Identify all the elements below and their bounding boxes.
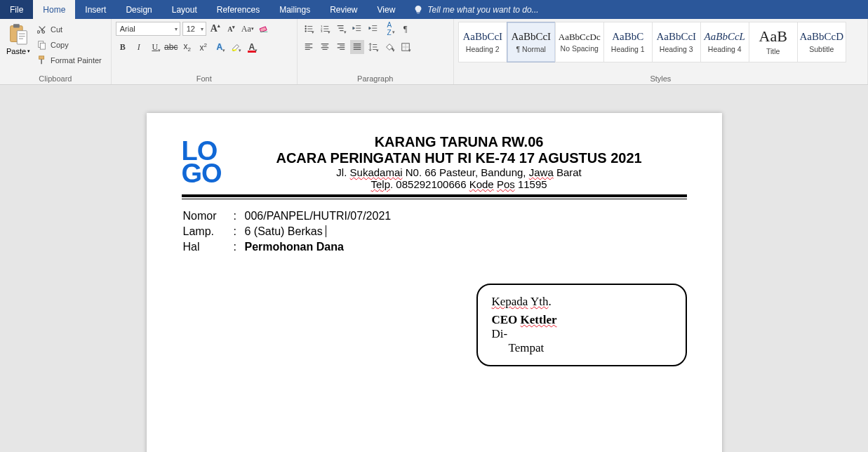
style-label: Heading 4 <box>708 45 742 53</box>
italic-button[interactable]: I <box>132 40 146 54</box>
style-tile-heading-1[interactable]: AaBbCHeading 1 <box>603 22 653 62</box>
copy-button[interactable]: Copy <box>35 39 104 51</box>
head-line3: Jl. Sukadamai N0. 66 Pasteur, Bandung, J… <box>232 166 687 178</box>
tell-me-label: Tell me what you want to do... <box>427 5 538 15</box>
group-paragraph-label: Paragraph <box>302 73 449 83</box>
addr-kepada: Kepada Yth. <box>492 295 672 309</box>
strikethrough-button[interactable]: abc <box>164 40 178 54</box>
align-left-button[interactable] <box>302 40 316 54</box>
svg-rect-5 <box>39 56 44 59</box>
tab-references[interactable]: References <box>207 0 269 19</box>
style-tile--normal[interactable]: AaBbCcI¶ Normal <box>507 22 556 62</box>
address-box: Kepada Yth. CEO Kettler Di- Tempat <box>476 284 687 366</box>
tell-me[interactable]: Tell me what you want to do... <box>405 0 538 19</box>
style-tile-no-spacing[interactable]: AaBbCcDcNo Spacing <box>555 22 604 62</box>
font-name-combo[interactable]: Arial▾ <box>116 22 180 36</box>
group-paragraph: 123 AZ ¶ Paragraph <box>298 19 454 84</box>
nomor-label: Nomor <box>183 209 232 223</box>
font-size-value: 12 <box>187 25 195 33</box>
group-font-label: Font <box>116 73 293 83</box>
style-preview: AaBbCcI <box>462 32 502 42</box>
tab-file[interactable]: File <box>0 0 33 19</box>
tab-mailings[interactable]: Mailings <box>269 0 320 19</box>
font-size-combo[interactable]: 12▾ <box>182 22 206 36</box>
style-tile-title[interactable]: AaBTitle <box>749 22 798 62</box>
borders-button[interactable] <box>399 40 413 54</box>
clear-formatting-button[interactable] <box>257 22 271 36</box>
superscript-button[interactable]: x2 <box>196 40 211 54</box>
cut-button[interactable]: Cut <box>35 23 104 36</box>
grow-font-button[interactable]: A▴ <box>208 22 222 36</box>
subscript-button[interactable]: x2 <box>180 40 194 54</box>
font-name-value: Arial <box>120 25 135 33</box>
addr-tempat: Tempat <box>492 341 672 355</box>
shading-button[interactable] <box>382 40 396 54</box>
underline-button[interactable]: U <box>148 40 162 54</box>
text-effects-button[interactable]: A <box>213 40 227 54</box>
style-tile-heading-2[interactable]: AaBbCcIHeading 2 <box>458 22 507 62</box>
style-label: No Spacing <box>561 44 599 53</box>
decrease-indent-button[interactable] <box>350 22 364 36</box>
letterhead: LO GO KARANG TARUNA RW.06 ACARA PERINGAT… <box>182 134 687 190</box>
bucket-icon <box>385 42 394 52</box>
highlight-button[interactable] <box>229 40 243 54</box>
tab-insert[interactable]: Insert <box>75 0 116 19</box>
style-preview: AaBbCcD <box>800 32 844 42</box>
style-preview: AaBbCcDc <box>559 32 601 41</box>
nomor-value: 006/PANPEL/HUTRI/07/2021 <box>245 209 392 223</box>
svg-point-15 <box>392 48 394 50</box>
bullets-button[interactable] <box>302 22 316 36</box>
increase-indent-button[interactable] <box>366 22 380 36</box>
show-marks-button[interactable]: ¶ <box>399 22 413 36</box>
style-preview: AaB <box>759 29 787 44</box>
bullets-icon <box>304 24 314 34</box>
svg-rect-7 <box>260 27 267 32</box>
line-spacing-button[interactable] <box>366 40 380 54</box>
head-line1: KARANG TARUNA RW.06 <box>232 134 687 150</box>
tab-review[interactable]: Review <box>320 0 367 19</box>
style-tile-subtitle[interactable]: AaBbCcDSubtitle <box>797 22 846 62</box>
tab-layout[interactable]: Layout <box>162 0 207 19</box>
format-painter-button[interactable]: Format Painter <box>35 54 104 67</box>
tab-home[interactable]: Home <box>33 0 75 19</box>
paste-button[interactable]: Paste▾ <box>4 22 32 57</box>
style-tile-heading-4[interactable]: AaBbCcLHeading 4 <box>700 22 749 62</box>
outdent-icon <box>352 24 362 34</box>
font-color-button[interactable]: A <box>245 40 259 54</box>
numbering-button[interactable]: 123 <box>318 22 332 36</box>
addr-ceo: CEO Kettler <box>492 313 672 327</box>
indent-icon <box>368 24 378 34</box>
group-clipboard-label: Clipboard <box>4 73 107 83</box>
meta-table: Nomor:006/PANPEL/HUTRI/07/2021 Lamp.:6 (… <box>182 208 393 255</box>
align-right-button[interactable] <box>334 40 348 54</box>
svg-point-11 <box>305 30 306 32</box>
align-center-button[interactable] <box>318 40 332 54</box>
change-case-button[interactable]: Aa▾ <box>241 22 255 36</box>
cut-label: Cut <box>51 25 62 34</box>
bold-button[interactable]: B <box>116 40 130 54</box>
justify-button[interactable] <box>350 40 364 54</box>
brush-icon <box>37 55 47 65</box>
page[interactable]: LO GO KARANG TARUNA RW.06 ACARA PERINGAT… <box>147 113 722 452</box>
multilevel-button[interactable] <box>334 22 348 36</box>
style-label: Heading 3 <box>660 45 693 53</box>
group-styles: AaBbCcIHeading 2AaBbCcI¶ NormalAaBbCcDcN… <box>454 19 868 84</box>
text-cursor <box>323 225 326 237</box>
tab-view[interactable]: View <box>368 0 406 19</box>
document-area[interactable]: LO GO KARANG TARUNA RW.06 ACARA PERINGAT… <box>0 85 868 452</box>
eraser-icon <box>259 24 269 34</box>
style-preview: AaBbCcI <box>656 32 696 42</box>
svg-rect-8 <box>232 50 236 51</box>
align-center-icon <box>320 42 330 52</box>
group-font: Arial▾ 12▾ A▴ A▾ Aa▾ B I U abc x2 x2 A A… <box>112 19 298 84</box>
group-styles-label: Styles <box>458 73 863 83</box>
shrink-font-button[interactable]: A▾ <box>225 22 239 36</box>
format-painter-label: Format Painter <box>51 56 102 65</box>
sort-button[interactable]: AZ <box>382 22 396 36</box>
hal-label: Hal <box>183 240 232 254</box>
style-label: Subtitle <box>809 45 834 53</box>
style-preview: AaBbCcI <box>511 32 551 42</box>
tab-design[interactable]: Design <box>116 0 161 19</box>
svg-point-10 <box>305 28 306 29</box>
style-tile-heading-3[interactable]: AaBbCcIHeading 3 <box>652 22 701 62</box>
